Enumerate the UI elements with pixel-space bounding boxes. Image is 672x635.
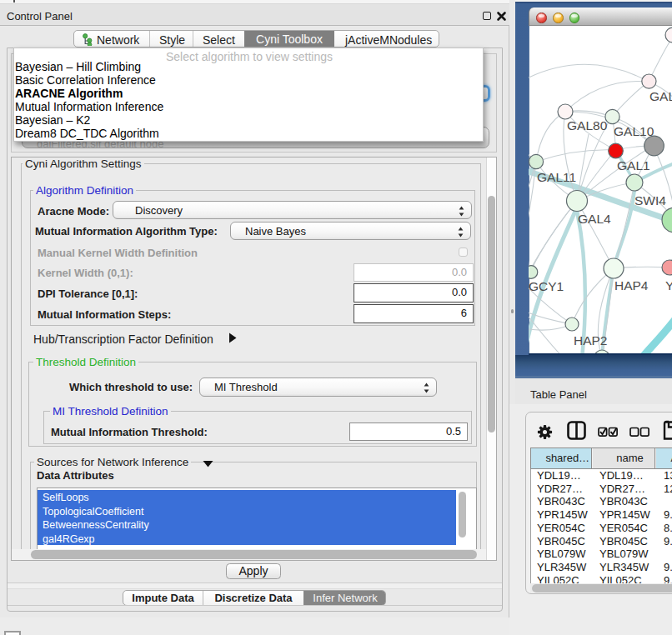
svg-text:HAP4: HAP4 <box>614 278 649 292</box>
svg-text:GAL4: GAL4 <box>578 212 611 226</box>
svg-text:GCY1: GCY1 <box>529 279 564 293</box>
svg-text:HAP2: HAP2 <box>574 333 608 348</box>
svg-text:GAL11: GAL11 <box>537 170 576 184</box>
svg-text:GAL80: GAL80 <box>567 118 608 132</box>
svg-text:GAL: GAL <box>649 89 672 103</box>
svg-text:GAL10: GAL10 <box>614 124 654 138</box>
svg-text:SWI4: SWI4 <box>634 193 666 208</box>
svg-text:GAL1: GAL1 <box>617 158 650 172</box>
svg-text:Y: Y <box>665 278 672 292</box>
